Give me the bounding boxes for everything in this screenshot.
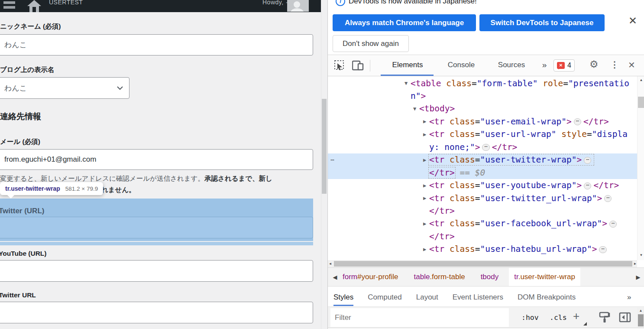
dom-tree-line[interactable]: n"> [328, 89, 637, 102]
code-token: <tr [429, 244, 444, 254]
toggle-sidebar-icon[interactable] [619, 312, 631, 324]
dom-tree-line[interactable]: ▶<tr class="user-youtube-wrap">⋯</tr> [328, 179, 637, 192]
styles-scroll-up-icon[interactable]: ▲ [637, 309, 644, 313]
styles-more-tabs-icon[interactable]: » [627, 287, 631, 307]
code-token: = [475, 117, 480, 127]
code-token: <tr [429, 180, 444, 190]
new-style-rule-plus-icon[interactable]: + [573, 309, 579, 323]
inspect-highlight-twitter-row: Twitter (URL) [0, 199, 313, 241]
dom-tree-line[interactable]: </tr> == $0 [328, 166, 637, 179]
display-name-label: ブログ上の表示名 [0, 65, 54, 75]
inspect-highlight-margin [0, 242, 313, 245]
dom-tree-line[interactable]: y: none;">⋯</tr> [328, 140, 637, 153]
breadcrumb-item-tr[interactable]: tr.user-twitter-wrap [509, 268, 580, 286]
youtube-input[interactable] [0, 260, 313, 282]
nickname-input[interactable]: わんこ [0, 34, 313, 55]
styles-scrollbar-track[interactable]: ▲ [637, 307, 644, 328]
styles-filter-input[interactable] [330, 308, 509, 327]
code-token: > [577, 155, 582, 165]
rendering-brush-icon[interactable] [599, 312, 610, 325]
dom-tree-line[interactable]: </tr> [328, 230, 637, 243]
twitter-input-highlighted[interactable] [0, 217, 313, 238]
styles-tab-event-listeners[interactable]: Event Listeners [453, 287, 503, 306]
scroll-right-icon[interactable]: ► [631, 262, 639, 266]
dom-tree-line[interactable]: ▼<table class="form-table" role="present… [328, 77, 637, 90]
bottom-divider [328, 328, 644, 328]
expand-arrow-closed-icon[interactable]: ▶ [423, 195, 429, 201]
crumb-right-icon[interactable]: ▶ [634, 274, 642, 280]
code-token: > [566, 117, 572, 127]
code-token: style [561, 129, 587, 139]
code-token: role [543, 78, 563, 88]
dom-tree-line[interactable]: ▶<tr class="user-email-wrap">⋯</tr> [328, 115, 637, 128]
elements-hscrollbar[interactable]: ◄ ► [328, 260, 637, 267]
expand-arrow-closed-icon[interactable]: ▶ [423, 182, 429, 189]
dom-tree-line[interactable]: ▶<tr class="user-facebook_url-wrap">⋯ [328, 217, 637, 230]
expand-arrow-open-icon[interactable]: ▼ [413, 106, 419, 112]
collapsed-content-icon[interactable]: ⋯ [574, 118, 581, 125]
styles-scrollbar-thumb[interactable] [638, 314, 644, 326]
scroll-down-icon[interactable]: ▼ [638, 253, 644, 257]
dom-tree-line[interactable]: ▶<tr class="user-twitter_url-wrap">⋯ [328, 192, 637, 205]
breadcrumb-item-tbody[interactable]: tbody [481, 268, 499, 286]
styles-filter-bar: :hov .cls + ▲ [328, 306, 644, 328]
dom-tree: ▼<table class="form-table" role="present… [328, 0, 637, 260]
expand-arrow-closed-icon[interactable]: ▶ [423, 131, 429, 137]
code-token: "form-table" [477, 78, 538, 88]
collapsed-content-icon[interactable]: ⋯ [604, 195, 612, 202]
collapsed-content-icon[interactable]: ⋯ [599, 246, 606, 253]
collapsed-content-icon[interactable]: ⋯ [584, 182, 591, 189]
breadcrumb-item-form[interactable]: form#your-profile [343, 268, 398, 286]
expand-arrow-closed-icon[interactable]: ▶ [423, 157, 429, 163]
code-token: = [475, 193, 480, 203]
avatar[interactable] [287, 0, 309, 12]
code-token [444, 193, 450, 203]
home-icon[interactable] [27, 0, 42, 12]
dom-tree-line[interactable]: </tr> [328, 205, 637, 218]
crumb-left-icon[interactable]: ◀ [331, 274, 339, 280]
page-scrollbar-thumb[interactable] [322, 99, 327, 194]
dom-tree-line[interactable]: ▶<tr class="user-hatebu_url-wrap">⋯ [328, 243, 637, 256]
expand-arrow-open-icon[interactable]: ▼ [405, 80, 411, 86]
dots-gutter-icon[interactable]: ⋯ [330, 156, 335, 164]
styles-tab-styles[interactable]: Styles [333, 287, 353, 306]
code-token: </tr> [429, 231, 455, 241]
site-name[interactable]: USERTEST [49, 0, 83, 6]
contact-heading: 連絡先情報 [0, 111, 41, 122]
display-name-select[interactable]: わんこ [0, 77, 129, 99]
code-token: y: none;" [429, 142, 475, 152]
dom-tree-line[interactable]: ▶<tr class="user-url-wrap" style="displa [328, 128, 637, 141]
elements-vscrollbar[interactable]: ▲ ▼ [637, 76, 644, 260]
code-token: > [602, 218, 607, 228]
code-token: > [577, 180, 582, 190]
dom-tree-line[interactable]: ▼<tbody> [328, 102, 637, 115]
collapsed-content-icon[interactable]: ⋯ [584, 157, 591, 164]
email-input[interactable]: from.eguchi+01@gmail.com [0, 149, 313, 170]
inspect-tooltip: tr.user-twitter-wrap 581.2 × 79.9 [0, 182, 103, 195]
collapsed-content-icon[interactable]: ⋯ [609, 221, 617, 228]
scroll-up-icon[interactable]: ▲ [638, 78, 644, 82]
twitter-url-input[interactable] [0, 302, 313, 323]
code-token: </tr> [492, 142, 518, 152]
styles-tab-dom-breakpoints[interactable]: DOM Breakpoints [518, 287, 576, 306]
menu-icon[interactable] [3, 1, 15, 11]
styles-tab-computed[interactable]: Computed [368, 287, 401, 306]
expand-arrow-closed-icon[interactable]: ▶ [423, 118, 429, 124]
code-token: n" [411, 91, 421, 101]
breadcrumb-item-table[interactable]: table.form-table [414, 268, 465, 286]
code-token: class [450, 129, 475, 139]
elements-hscrollbar-thumb[interactable] [334, 261, 632, 267]
wp-admin-bar: USERTEST Howdy, イ [0, 0, 321, 12]
nickname-label: ニックネーム (必須) [0, 22, 61, 31]
twitter-label: Twitter (URL) [0, 207, 44, 215]
elements-vscrollbar-thumb[interactable] [638, 97, 644, 108]
expand-arrow-closed-icon[interactable]: ▶ [423, 246, 429, 252]
dom-tree-line[interactable]: ⋯▶<tr class="user-twitter-wrap">⋯ [328, 153, 637, 166]
cls-toggle[interactable]: .cls [550, 307, 567, 328]
hov-toggle[interactable]: :hov [521, 307, 539, 328]
code-token: = [587, 129, 592, 139]
expand-arrow-closed-icon[interactable]: ▶ [423, 221, 429, 227]
collapsed-content-icon[interactable]: ⋯ [482, 144, 489, 151]
styles-tab-layout[interactable]: Layout [416, 287, 438, 306]
scroll-left-icon[interactable]: ◄ [327, 262, 334, 266]
